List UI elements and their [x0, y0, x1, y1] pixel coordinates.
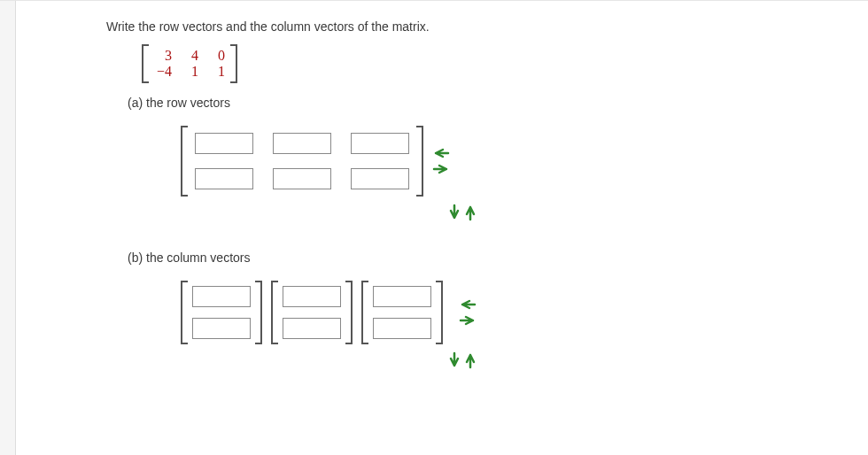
answer-input[interactable]: [351, 168, 409, 189]
input-grid: [190, 126, 415, 197]
matrix-cell: 3: [154, 48, 172, 64]
row-nav-controls: [181, 204, 744, 224]
column-inputs: [188, 281, 255, 344]
column-nav-controls: [432, 147, 450, 175]
matrix-row: −4 1 1: [154, 64, 225, 80]
add-row-button[interactable]: [448, 351, 461, 372]
answer-input[interactable]: [192, 318, 251, 339]
answer-input[interactable]: [273, 133, 331, 154]
answer-input[interactable]: [351, 133, 409, 154]
bracket-right-icon: [230, 44, 237, 83]
bracket-right-icon: [436, 281, 443, 344]
remove-row-button[interactable]: [464, 351, 477, 372]
bracket-right-icon: [345, 281, 353, 344]
answer-input[interactable]: [283, 318, 341, 339]
column-nav-controls: [459, 298, 477, 327]
bracket-left-icon: [181, 281, 188, 344]
column-vector: [271, 281, 353, 344]
column-vector: [361, 281, 443, 344]
answer-input[interactable]: [373, 318, 431, 339]
given-matrix: 3 4 0 −4 1 1: [142, 44, 237, 83]
matrix-cell: 1: [207, 64, 225, 80]
bracket-left-icon: [361, 281, 368, 344]
part-b-label: (b) the column vectors: [128, 251, 744, 265]
bracket-left-icon: [142, 44, 149, 83]
answer-input[interactable]: [373, 286, 431, 307]
row-nav-controls: [181, 351, 744, 372]
part-b-answer: [181, 281, 744, 372]
answer-input[interactable]: [283, 286, 341, 307]
add-column-button[interactable]: [459, 314, 477, 327]
add-column-button[interactable]: [432, 163, 450, 175]
matrix-cell: 1: [181, 64, 198, 80]
matrix-row: 3 4 0: [154, 48, 225, 64]
column-vector: [181, 281, 262, 344]
column-inputs: [278, 281, 345, 344]
column-vectors-group: [181, 281, 744, 344]
matrix-cell: 4: [181, 48, 198, 64]
remove-row-button[interactable]: [464, 204, 477, 224]
answer-input[interactable]: [195, 133, 253, 154]
remove-column-button[interactable]: [432, 147, 450, 159]
bracket-right-icon: [255, 281, 262, 344]
matrix-rows: 3 4 0 −4 1 1: [149, 44, 230, 83]
question-prompt: Write the row vectors and the column vec…: [106, 19, 744, 34]
bracket-right-icon: [416, 126, 423, 197]
matrix-cell: 0: [207, 48, 225, 64]
add-row-button[interactable]: [448, 204, 461, 224]
bracket-left-icon: [181, 126, 188, 197]
answer-input[interactable]: [273, 168, 331, 189]
bracket-left-icon: [271, 281, 278, 344]
part-a-answer: [181, 126, 744, 224]
input-row: [195, 133, 409, 154]
part-a-label: (a) the row vectors: [128, 96, 744, 110]
question-content: Write the row vectors and the column vec…: [106, 19, 744, 391]
matrix-cell: −4: [154, 64, 172, 80]
answer-input[interactable]: [195, 168, 253, 189]
answer-input[interactable]: [192, 286, 251, 307]
left-gutter: [0, 0, 16, 455]
row-vectors-matrix: [181, 126, 744, 197]
input-row: [195, 168, 409, 189]
top-divider: [0, 0, 868, 1]
column-inputs: [368, 281, 436, 344]
remove-column-button[interactable]: [459, 298, 477, 311]
